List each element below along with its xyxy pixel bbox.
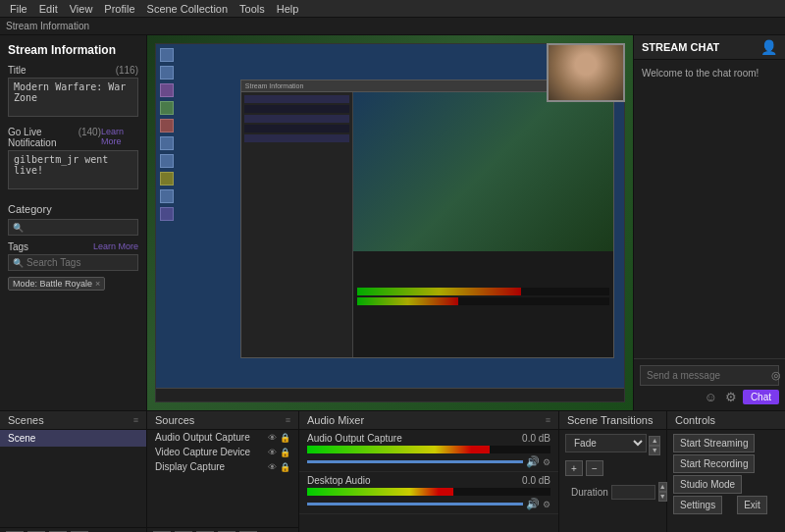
audio-mixer-header: Audio Mixer ≡ bbox=[299, 411, 558, 430]
webcam-video bbox=[549, 45, 623, 100]
obs-nested-window: Stream Information bbox=[240, 80, 615, 358]
transitions-header: Scene Transitions bbox=[559, 411, 666, 430]
settings-icon-1[interactable]: ⚙ bbox=[543, 457, 550, 467]
transition-add-button[interactable]: + bbox=[565, 460, 583, 476]
stream-info-panel: Stream Information Title (116) Modern Wa… bbox=[0, 35, 147, 410]
tags-input[interactable] bbox=[26, 257, 133, 268]
settings-button[interactable]: Settings bbox=[673, 496, 722, 514]
source-icons: 👁 🔒 bbox=[268, 462, 290, 472]
audio-meter-2 bbox=[307, 488, 550, 496]
source-lock-icon[interactable]: 🔒 bbox=[280, 462, 290, 472]
menu-file[interactable]: File bbox=[4, 3, 33, 15]
menu-tools[interactable]: Tools bbox=[234, 3, 271, 15]
menu-help[interactable]: Help bbox=[271, 3, 305, 15]
desktop-icon bbox=[160, 189, 174, 203]
audio-meter-1 bbox=[307, 446, 550, 453]
chat-message-input[interactable] bbox=[647, 370, 771, 381]
chat-user-icon: 👤 bbox=[760, 39, 777, 55]
start-streaming-button[interactable]: Start Streaming bbox=[673, 434, 755, 452]
duration-input[interactable]: 300 ms bbox=[611, 485, 655, 500]
scenes-toolbar: + − ∧ ∨ bbox=[0, 527, 146, 532]
category-search-wrap: 🔍 Call of Duty: Moder bbox=[8, 219, 138, 236]
chat-messages: Welcome to the chat room! bbox=[634, 60, 785, 358]
scenes-options-icon: ≡ bbox=[133, 415, 138, 425]
preview-screen: Stream Information bbox=[147, 35, 633, 410]
scene-transitions-panel: Scene Transitions Fade ▲ ▼ + − Duration … bbox=[559, 411, 667, 532]
exit-button[interactable]: Exit bbox=[737, 496, 767, 514]
source-icons: 👁 🔒 bbox=[268, 433, 290, 443]
duration-spin-down[interactable]: ▼ bbox=[658, 492, 667, 502]
duration-spin-up[interactable]: ▲ bbox=[658, 482, 667, 492]
source-item-video[interactable]: Video Capture Device 👁 🔒 bbox=[147, 445, 298, 459]
transitions-title: Scene Transitions bbox=[567, 414, 653, 426]
source-lock-icon[interactable]: 🔒 bbox=[280, 448, 290, 457]
audio-mixer-panel: Audio Mixer ≡ Audio Output Capture 0.0 d… bbox=[299, 411, 559, 532]
volume-slider-1[interactable] bbox=[307, 460, 523, 463]
source-visibility-icon[interactable]: 👁 bbox=[268, 448, 277, 457]
tag-badge-battle-royale: Mode: Battle Royale × bbox=[8, 277, 105, 291]
audio-controls-1: 🔊 ⚙ bbox=[307, 455, 550, 468]
chat-emoji-button[interactable]: ☺ bbox=[703, 390, 719, 404]
transition-spin-down[interactable]: ▼ bbox=[649, 446, 660, 455]
desktop-icon bbox=[160, 136, 174, 150]
audio-meter-fill-2 bbox=[307, 488, 453, 496]
scenes-panel-header: Scenes ≡ bbox=[0, 411, 146, 430]
controls-buttons: Start Streaming Start Recording Studio M… bbox=[667, 430, 785, 518]
scenes-title: Scenes bbox=[8, 414, 44, 426]
audio-meter-fill-1 bbox=[307, 446, 490, 453]
source-visibility-icon[interactable]: 👁 bbox=[268, 433, 277, 443]
studio-mode-button[interactable]: Studio Mode bbox=[673, 475, 742, 494]
chat-panel: STREAM CHAT 👤 Welcome to the chat room! … bbox=[633, 35, 785, 410]
transition-remove-button[interactable]: − bbox=[586, 460, 603, 476]
notification-field-label: Go Live Notification (140) Learn More bbox=[8, 127, 138, 148]
desktop-icon bbox=[160, 101, 174, 115]
window-title: Stream Information bbox=[6, 21, 89, 31]
controls-title: Controls bbox=[675, 414, 715, 426]
obs-left-panel bbox=[241, 92, 353, 357]
desktop-icons bbox=[160, 48, 174, 221]
tags-learn-more[interactable]: Learn More bbox=[93, 241, 138, 252]
menu-edit[interactable]: Edit bbox=[33, 3, 64, 15]
tags-search-icon: 🔍 bbox=[13, 258, 24, 268]
tags-search-wrap: 🔍 bbox=[8, 254, 138, 271]
chat-input-area: ◎ ☺ ⚙ Chat bbox=[634, 358, 785, 410]
source-item-audio[interactable]: Audio Output Capture 👁 🔒 bbox=[147, 430, 298, 445]
mute-icon-2[interactable]: 🔊 bbox=[526, 498, 540, 510]
sources-panel: Sources ≡ Audio Output Capture 👁 🔒 Video… bbox=[147, 411, 299, 532]
source-item-display[interactable]: Display Capture 👁 🔒 bbox=[147, 459, 298, 474]
chat-settings-button[interactable]: ⚙ bbox=[723, 390, 739, 404]
tag-badge-container: Mode: Battle Royale × bbox=[8, 277, 138, 291]
mute-icon-1[interactable]: 🔊 bbox=[526, 455, 540, 468]
transition-select[interactable]: Fade bbox=[565, 434, 647, 452]
stream-info-heading: Stream Information bbox=[8, 43, 138, 57]
audio-channel-1: Audio Output Capture 0.0 dB 🔊 ⚙ bbox=[299, 430, 558, 472]
menu-view[interactable]: View bbox=[64, 3, 99, 15]
start-recording-button[interactable]: Start Recording bbox=[673, 454, 755, 473]
category-label: Category bbox=[8, 203, 138, 215]
controls-header: Controls bbox=[667, 411, 785, 430]
desktop-icon bbox=[160, 48, 174, 62]
title-input[interactable]: Modern Warfare: War Zone bbox=[8, 78, 138, 117]
source-icons: 👁 🔒 bbox=[268, 448, 290, 457]
chat-welcome-message: Welcome to the chat room! bbox=[642, 68, 759, 79]
settings-icon-2[interactable]: ⚙ bbox=[543, 500, 550, 509]
chat-actions: ☺ ⚙ Chat bbox=[640, 390, 779, 404]
volume-slider-2[interactable] bbox=[307, 503, 523, 505]
tags-field-label: Tags Learn More bbox=[8, 241, 138, 252]
chat-send-button[interactable]: Chat bbox=[743, 390, 779, 404]
menu-scene-collection[interactable]: Scene Collection bbox=[141, 3, 235, 15]
webcam-overlay bbox=[547, 43, 625, 102]
transition-spin-up[interactable]: ▲ bbox=[649, 436, 660, 446]
category-input[interactable]: Call of Duty: Moder bbox=[26, 222, 133, 233]
sources-panel-header: Sources ≡ bbox=[147, 411, 298, 430]
source-visibility-icon[interactable]: 👁 bbox=[268, 462, 277, 472]
menu-profile[interactable]: Profile bbox=[98, 3, 140, 15]
audio-channel-2-header: Desktop Audio 0.0 dB bbox=[307, 475, 550, 486]
controls-panel: Controls Start Streaming Start Recording… bbox=[667, 411, 785, 532]
tag-remove-btn[interactable]: × bbox=[95, 279, 100, 289]
notification-learn-more[interactable]: Learn More bbox=[101, 127, 138, 148]
notification-input[interactable]: gilbertm_jr went live! bbox=[8, 150, 138, 189]
scene-item[interactable]: Scene bbox=[0, 430, 146, 447]
audio-channel-1-header: Audio Output Capture 0.0 dB bbox=[307, 433, 550, 444]
source-lock-icon[interactable]: 🔒 bbox=[280, 433, 290, 443]
